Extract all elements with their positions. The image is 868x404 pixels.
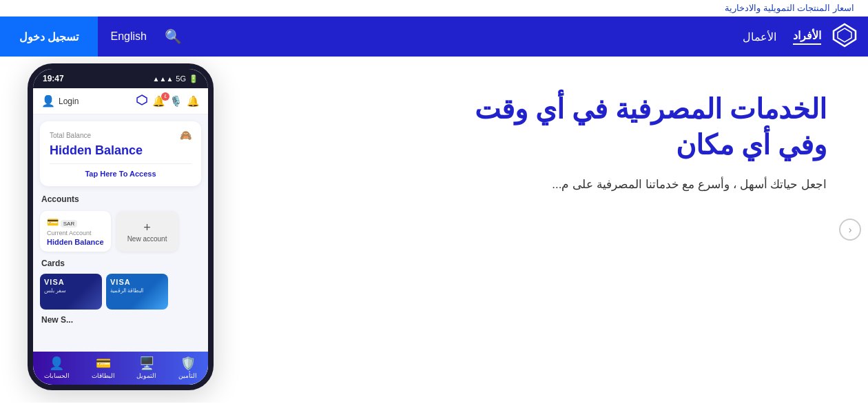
visa-card-digital[interactable]: VISA البطاقة الرقمية — [106, 274, 168, 310]
accounts-section-title: Accounts — [33, 192, 208, 207]
nav-link-business[interactable]: الأعمال — [743, 30, 776, 43]
top-banner-link[interactable]: اسعار المنتجات التمويلية والادخارية — [725, 3, 854, 13]
balance-card: Total Balance 🙈 Hidden Balance Tap Here … — [40, 121, 201, 186]
search-icon[interactable]: 🔍 — [165, 28, 182, 45]
insurance-nav-icon: 🛡️ — [180, 356, 196, 371]
phone-top-nav: 👤 Login 🔔 ٤ 🎙️ — [33, 88, 208, 114]
accounts-nav-label: الحسابات — [44, 372, 70, 379]
bottom-nav-insurance[interactable]: 🛡️ التأمين — [178, 356, 197, 379]
phone-bottom-nav: 👤 الحسابات 💳 البطاقات 🖥️ التمويل 🛡️ التأ… — [33, 352, 208, 385]
notification-badge[interactable]: 🔔 ٤ — [152, 95, 165, 108]
phone-login-area: 👤 Login — [41, 94, 79, 108]
account-card-icon: 💳 — [47, 216, 59, 228]
cards-nav-icon: 💳 — [96, 356, 111, 371]
plus-icon: + — [143, 221, 151, 235]
card-label-2: البطاقة الرقمية — [110, 287, 164, 294]
phone-inner: 👤 Login 🔔 ٤ 🎙️ — [33, 88, 208, 385]
phone-signal: ▲▲▲ 5G 🔋 — [153, 74, 198, 83]
badge-count: ٤ — [161, 92, 169, 101]
finance-nav-label: التمويل — [136, 372, 156, 379]
phone-top-icons: 🔔 ٤ 🎙️ 🔔 — [136, 94, 200, 108]
cards-section-title: Cards — [33, 256, 208, 271]
login-button[interactable]: تسجيل دخول — [0, 17, 98, 57]
nav-english-link[interactable]: English — [110, 30, 146, 43]
finance-nav-icon: 🖥️ — [139, 356, 154, 371]
top-banner: اسعار المنتجات التمويلية والادخارية — [0, 0, 868, 17]
phone-login-label[interactable]: Login — [59, 97, 79, 106]
account-type: Current Account — [47, 230, 104, 236]
new-account-card[interactable]: + New account — [116, 211, 178, 252]
currency-badge: SAR — [61, 220, 77, 228]
card-label-1: سفر بلس — [44, 287, 98, 294]
phone-mockup-section: 19:47 ▲▲▲ 5G 🔋 👤 Login — [0, 57, 220, 390]
insurance-nav-label: التأمين — [178, 372, 197, 379]
user-circle-icon: 👤 — [41, 94, 55, 108]
tap-access-text[interactable]: Tap Here To Access — [50, 170, 192, 178]
cards-row: VISA سفر بلس VISA البطاقة الرقمية — [33, 271, 208, 312]
new-account-label: New account — [127, 235, 167, 243]
navbar: الأفراد الأعمال 🔍 English تسجيل دخول — [0, 17, 868, 57]
svg-marker-1 — [838, 28, 851, 42]
bottom-nav-finance[interactable]: 🖥️ التمويل — [136, 356, 156, 379]
cards-nav-label: البطاقات — [92, 372, 115, 379]
visa-logo-1: VISA — [44, 278, 98, 286]
main-content: › الخدمات المصرفية في أي وقت وفي أي مكان… — [0, 57, 868, 403]
phone-status-bar: 19:47 ▲▲▲ 5G 🔋 — [33, 69, 208, 88]
hero-title: الخدمات المصرفية في أي وقت وفي أي مكان — [234, 91, 827, 163]
account-balance: Hidden Balance — [47, 238, 104, 246]
visa-card-regular[interactable]: VISA سفر بلس — [40, 274, 102, 310]
nav-links: الأفراد الأعمال — [743, 29, 821, 45]
svg-marker-2 — [137, 95, 147, 105]
visa-logo-2: VISA — [110, 278, 164, 286]
balance-label-row: Total Balance 🙈 — [50, 130, 192, 141]
new-section-title: New S... — [41, 315, 73, 325]
phone-time: 19:47 — [43, 74, 64, 83]
balance-divider — [50, 163, 192, 164]
accounts-nav-icon: 👤 — [49, 356, 64, 371]
svg-marker-0 — [834, 24, 856, 46]
new-section-bar: New S... — [33, 312, 208, 326]
eye-hide-icon[interactable]: 🙈 — [180, 130, 192, 141]
balance-label-text: Total Balance — [50, 132, 91, 139]
phone-logo-icon — [136, 94, 148, 108]
nav-logo — [831, 21, 858, 52]
carousel-next-button[interactable]: › — [839, 219, 861, 241]
text-section: الخدمات المصرفية في أي وقت وفي أي مكان ا… — [220, 57, 868, 195]
balance-amount: Hidden Balance — [50, 143, 192, 158]
phone-mic-icon[interactable]: 🎙️ — [169, 95, 183, 108]
accounts-row: 💳 SAR Current Account Hidden Balance + N… — [33, 207, 208, 256]
phone-mockup: 19:47 ▲▲▲ 5G 🔋 👤 Login — [28, 63, 214, 390]
bottom-nav-cards[interactable]: 💳 البطاقات — [92, 356, 115, 379]
account-card-current[interactable]: 💳 SAR Current Account Hidden Balance — [40, 211, 111, 252]
hero-subtitle: اجعل حياتك أسهل ، وأسرع مع خدماتنا المصر… — [234, 175, 827, 195]
phone-bell-icon[interactable]: 🔔 — [187, 95, 200, 108]
nav-link-individuals[interactable]: الأفراد — [793, 29, 821, 45]
bottom-nav-accounts[interactable]: 👤 الحسابات — [44, 356, 70, 379]
